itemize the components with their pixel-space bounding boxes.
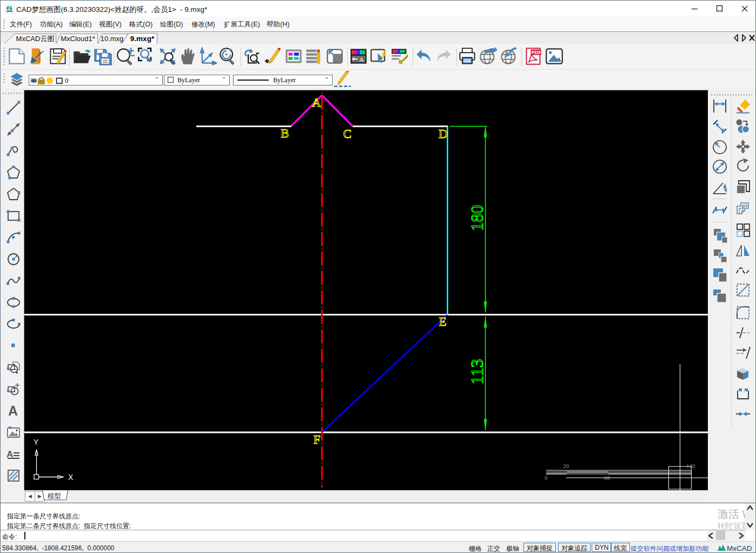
svg-text:0: 0	[545, 475, 548, 481]
svg-text:B: B	[281, 127, 289, 140]
svg-text:X: X	[68, 473, 74, 482]
svg-text:113: 113	[467, 359, 487, 385]
svg-text:20: 20	[563, 463, 569, 469]
svg-text:10.mxg: 10.mxg	[101, 35, 124, 43]
svg-text:E: E	[439, 315, 447, 328]
svg-text:A: A	[8, 404, 18, 418]
svg-text:MxCloud1*: MxCloud1*	[61, 35, 95, 43]
svg-text:C: C	[343, 127, 352, 141]
svg-text:Y: Y	[34, 438, 39, 446]
svg-text:D: D	[439, 127, 448, 141]
svg-text:MxCAD云图: MxCAD云图	[16, 35, 55, 43]
svg-text:140: 140	[686, 463, 695, 469]
svg-text:A: A	[359, 56, 364, 63]
svg-text:9.mxg*: 9.mxg*	[130, 35, 155, 43]
svg-text:F: F	[314, 433, 321, 446]
svg-text:A: A	[312, 96, 321, 109]
svg-text:180: 180	[467, 205, 487, 231]
svg-text:PDF: PDF	[532, 50, 542, 55]
